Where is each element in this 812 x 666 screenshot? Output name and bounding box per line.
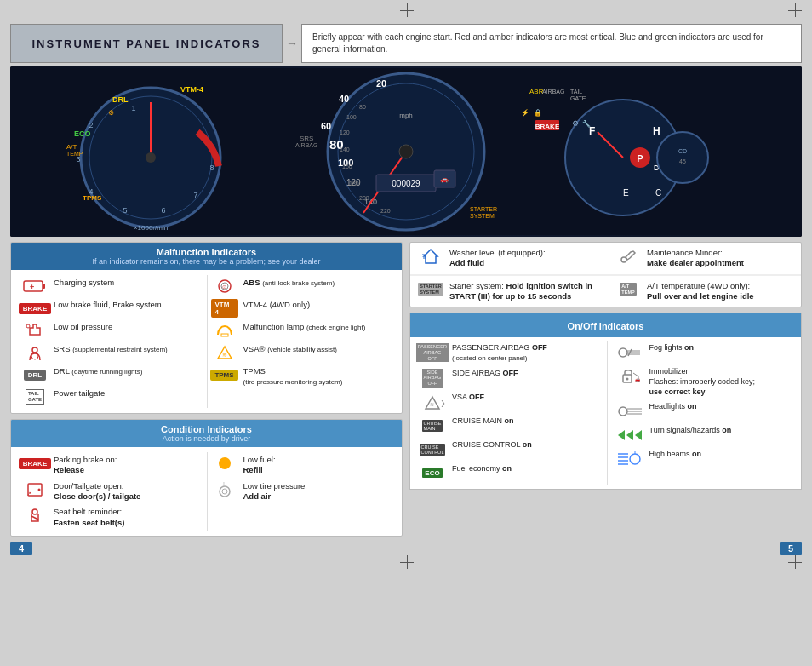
passenger-airbag-text: PASSENGER AIRBAG OFF(located on center p… bbox=[452, 343, 547, 363]
svg-point-112 bbox=[630, 454, 640, 464]
svg-text:6: 6 bbox=[161, 206, 165, 215]
indicator-malfunction-lamp: Malfunction lamp (check engine light) bbox=[208, 319, 396, 342]
svg-point-91 bbox=[621, 257, 626, 262]
svg-text:120: 120 bbox=[340, 129, 350, 135]
door-icon: ↗ bbox=[21, 481, 49, 498]
on-off-right-col: Fog lights on 🚗 bbox=[607, 341, 798, 485]
indicator-drl: DRL DRL (daytime running lights) bbox=[18, 364, 207, 386]
indicator-parking-brake: BRAKE Parking brake on:Release bbox=[18, 452, 207, 479]
on-off-vsa: ≋ VSA OFF bbox=[414, 390, 605, 414]
abs-text: ABS (anti-lock brake system) bbox=[243, 278, 392, 288]
svg-text:AIRBAG: AIRBAG bbox=[542, 89, 564, 95]
svg-rect-72 bbox=[43, 284, 45, 289]
svg-point-99 bbox=[626, 378, 628, 381]
svg-text:140: 140 bbox=[340, 146, 350, 152]
svg-text:ECO: ECO bbox=[74, 129, 91, 138]
malfunction-subtitle: If an indicator remains on, there may be… bbox=[20, 257, 393, 266]
starter-system-icon: STARTERSYSTEM bbox=[417, 281, 444, 298]
high-beams-icon bbox=[615, 450, 645, 468]
low-fuel-icon bbox=[211, 455, 238, 472]
indicator-brake-fluid: BRAKE Low brake fluid, Brake system bbox=[18, 297, 207, 319]
maintenance-text: Maintenance Minder:Make dealer appointme… bbox=[647, 248, 794, 269]
tire-pressure-icon: ! bbox=[211, 481, 238, 498]
vtm4-icon: VTM 4 bbox=[211, 300, 238, 317]
tpms-badge: TPMS bbox=[210, 370, 237, 381]
malfunction-lamp-icon bbox=[211, 322, 238, 339]
malfunction-lamp-text: Malfunction lamp (check engine light) bbox=[243, 322, 392, 332]
abs-icon: ⊙ bbox=[211, 278, 238, 295]
vtm4-badge: VTM 4 bbox=[211, 299, 238, 318]
svg-text:🚗: 🚗 bbox=[635, 376, 641, 382]
on-off-fuel-economy: ECO Fuel economy on bbox=[414, 462, 605, 485]
condition-left-col: BRAKE Parking brake on:Release bbox=[18, 452, 207, 531]
svg-text:≋: ≋ bbox=[222, 352, 227, 358]
svg-text:20: 20 bbox=[376, 78, 386, 89]
svg-text:SYSTEM: SYSTEM bbox=[470, 213, 495, 219]
immobilizer-text: ImmobilizerFlashes: improperly coded key… bbox=[649, 367, 756, 397]
indicator-tire-pressure: ! Low tire pressure:Add air bbox=[208, 479, 396, 505]
svg-marker-105 bbox=[618, 430, 625, 440]
crosshair-top-center bbox=[400, 3, 414, 17]
svg-point-83 bbox=[38, 488, 41, 491]
svg-text:DRL: DRL bbox=[112, 95, 129, 104]
starter-item: STARTERSYSTEM Starter system: Hold ignit… bbox=[417, 281, 597, 302]
condition-subtitle: Action is needed by driver bbox=[20, 434, 393, 443]
svg-text:C: C bbox=[655, 188, 661, 198]
washer-item: Washer level (if equipped):Add fluid bbox=[417, 248, 597, 269]
starter-badge: STARTERSYSTEM bbox=[418, 283, 443, 296]
condition-right-col: Low fuel:Refill ! bbox=[207, 452, 396, 531]
indicator-tpms: TPMS TPMS(tire pressure monitoring syste… bbox=[208, 364, 396, 390]
eco-badge: ECO bbox=[422, 468, 442, 478]
svg-text:45: 45 bbox=[679, 158, 686, 164]
svg-text:SRS: SRS bbox=[300, 135, 313, 142]
svg-point-74 bbox=[26, 324, 30, 328]
svg-text:⚙: ⚙ bbox=[108, 109, 114, 117]
svg-text:60: 60 bbox=[321, 121, 331, 131]
dashboard-bg: 1 2 3 4 5 6 7 8 ×1000r/min VTM-4 DRL bbox=[10, 66, 802, 237]
side-airbag-text: SIDE AIRBAG OFF bbox=[452, 369, 518, 379]
indicator-door: ↗ Door/Tailgate open:Close door(s) / tai… bbox=[18, 479, 207, 505]
svg-text:🔧: 🔧 bbox=[582, 119, 591, 128]
parking-brake-text: Parking brake on:Release bbox=[54, 455, 203, 476]
crosshair-bottom-center bbox=[400, 555, 414, 569]
svg-text:1: 1 bbox=[131, 104, 135, 112]
brake-fluid-text: Low brake fluid, Brake system bbox=[54, 300, 203, 310]
svg-text:180: 180 bbox=[349, 181, 359, 187]
srs-icon bbox=[21, 344, 49, 361]
fuel-dot bbox=[219, 457, 231, 469]
vsa-off-icon: ≋ bbox=[417, 393, 448, 411]
starter-row: STARTERSYSTEM Starter system: Hold ignit… bbox=[410, 276, 801, 307]
on-off-immobilizer: 🚗 ImmobilizerFlashes: improperly coded k… bbox=[611, 365, 798, 399]
svg-text:≋: ≋ bbox=[430, 402, 434, 407]
svg-rect-80 bbox=[221, 334, 228, 336]
at-temp-icon: A/TTEMP bbox=[615, 281, 642, 298]
svg-point-86 bbox=[220, 486, 230, 497]
svg-point-101 bbox=[619, 407, 627, 416]
svg-point-93 bbox=[619, 348, 627, 357]
side-airbag-icon-elem: SIDEAIRBAGOFF bbox=[417, 369, 448, 388]
malfunction-header: Malfunction Indicators If an indicator r… bbox=[11, 243, 402, 270]
washer-text: Washer level (if equipped):Add fluid bbox=[449, 248, 597, 269]
svg-point-58 bbox=[657, 132, 708, 183]
drl-text: DRL (daytime running lights) bbox=[54, 366, 203, 376]
svg-text:TAIL: TAIL bbox=[570, 89, 582, 95]
malfunction-right-col: ⊙ ABS (anti-lock brake system) VTM 4 bbox=[207, 275, 396, 408]
condition-header: Condition Indicators Action is needed by… bbox=[11, 420, 402, 447]
svg-text:STARTER: STARTER bbox=[470, 206, 497, 212]
cruise-control-icon: CRUISECONTROL bbox=[417, 440, 448, 459]
on-off-cruise-control: CRUISECONTROL CRUISE CONTROL on bbox=[414, 438, 605, 462]
on-off-left-col: PASSENGERAIRBAGOFF PASSENGER AIRBAG OFF(… bbox=[414, 341, 605, 485]
svg-text:AIRBAG: AIRBAG bbox=[295, 142, 317, 148]
indicator-low-fuel: Low fuel:Refill bbox=[208, 452, 396, 479]
condition-panel: Condition Indicators Action is needed by… bbox=[10, 419, 403, 537]
passenger-airbag-badge: PASSENGERAIRBAGOFF bbox=[416, 343, 449, 362]
svg-text:H: H bbox=[653, 125, 660, 137]
seatbelt-icon bbox=[21, 507, 49, 524]
svg-text:VTM-4: VTM-4 bbox=[180, 85, 203, 94]
on-off-grid: PASSENGERAIRBAGOFF PASSENGER AIRBAG OFF(… bbox=[410, 337, 801, 488]
eco-icon-elem: ECO bbox=[417, 464, 448, 483]
vtm4-text: VTM-4 (4WD only) bbox=[243, 300, 392, 310]
charging-text: Charging system bbox=[54, 278, 203, 288]
on-off-cruise-main: CRUISEMAIN CRUISE MAIN on bbox=[414, 414, 605, 438]
indicator-tailgate: TAILGATE Power tailgate bbox=[18, 386, 207, 408]
